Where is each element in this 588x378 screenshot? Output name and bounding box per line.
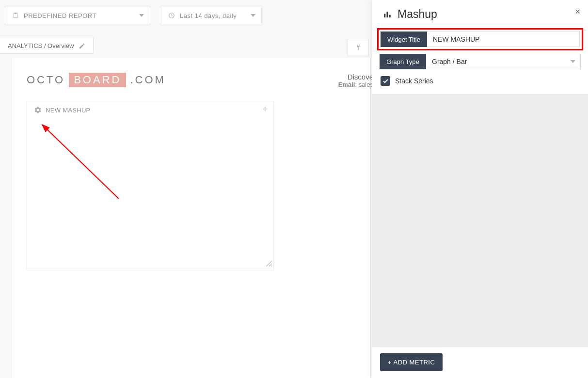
widget-title-input[interactable] — [433, 35, 573, 43]
plugin-button[interactable] — [348, 39, 369, 56]
clock-icon — [168, 12, 175, 19]
graph-type-select[interactable]: Graph / Bar — [426, 54, 581, 69]
mashup-widget[interactable]: NEW MASHUP — [27, 101, 274, 270]
logo-board: BOARD — [69, 73, 126, 87]
discover-title: Discove — [338, 73, 373, 81]
mashup-side-panel: Mashup × Widget Title Graph Type Graph /… — [372, 0, 588, 378]
panel-header: Mashup × — [372, 0, 588, 27]
bar-chart-icon — [383, 10, 392, 19]
widget-title: NEW MASHUP — [46, 107, 91, 114]
predefined-report-dropdown[interactable]: PREDEFINED REPORT — [5, 6, 150, 25]
panel-title: Mashup — [397, 8, 437, 21]
top-toolbar: PREDEFINED REPORT Last 14 days, daily — [5, 6, 262, 25]
plug-icon — [354, 44, 362, 51]
logo-com: .COM — [130, 74, 165, 86]
resize-handle[interactable] — [266, 260, 272, 269]
graph-type-value: Graph / Bar — [432, 58, 467, 65]
pencil-icon[interactable] — [79, 43, 85, 49]
logo: OCTO BOARD .COM — [27, 73, 356, 87]
chevron-down-icon — [139, 14, 144, 17]
gear-icon[interactable] — [34, 106, 42, 114]
discover-block: Discove Email: sales — [338, 73, 373, 88]
breadcrumb: ANALYTICS / Overview — [0, 38, 94, 54]
checkmark-icon — [382, 78, 389, 84]
widget-title-row: Widget Title — [380, 31, 581, 48]
svg-rect-4 — [387, 12, 388, 17]
chevron-down-icon — [251, 14, 255, 17]
close-icon[interactable]: × — [575, 7, 580, 17]
canvas: OCTO BOARD .COM Discove Email: sales NEW… — [12, 58, 371, 378]
email-sep: : — [355, 81, 358, 88]
graph-type-row: Graph Type Graph / Bar — [380, 54, 581, 69]
widget-header: NEW MASHUP — [27, 101, 273, 119]
email-label: Email — [338, 81, 355, 88]
date-range-label: Last 14 days, daily — [180, 12, 237, 19]
stack-series-checkbox[interactable] — [381, 76, 390, 86]
chevron-down-icon — [571, 60, 575, 63]
panel-footer: + ADD METRIC — [372, 346, 588, 378]
predefined-report-label: PREDEFINED REPORT — [24, 12, 96, 19]
widget-title-label: Widget Title — [381, 32, 427, 47]
graph-type-label: Graph Type — [380, 54, 426, 69]
date-range-dropdown[interactable]: Last 14 days, daily — [161, 6, 262, 25]
stack-series-row[interactable]: Stack Series — [380, 74, 581, 88]
add-metric-button[interactable]: + ADD METRIC — [380, 353, 443, 371]
email-value: sales — [359, 81, 373, 88]
svg-rect-5 — [389, 15, 391, 17]
breadcrumb-text: ANALYTICS / Overview — [8, 42, 74, 49]
logo-octo: OCTO — [27, 74, 65, 86]
panel-body: Widget Title Graph Type Graph / Bar Stac… — [372, 27, 588, 95]
move-icon[interactable] — [262, 106, 269, 113]
stack-series-label: Stack Series — [395, 77, 433, 85]
svg-rect-3 — [384, 14, 385, 17]
clipboard-icon — [12, 12, 19, 19]
